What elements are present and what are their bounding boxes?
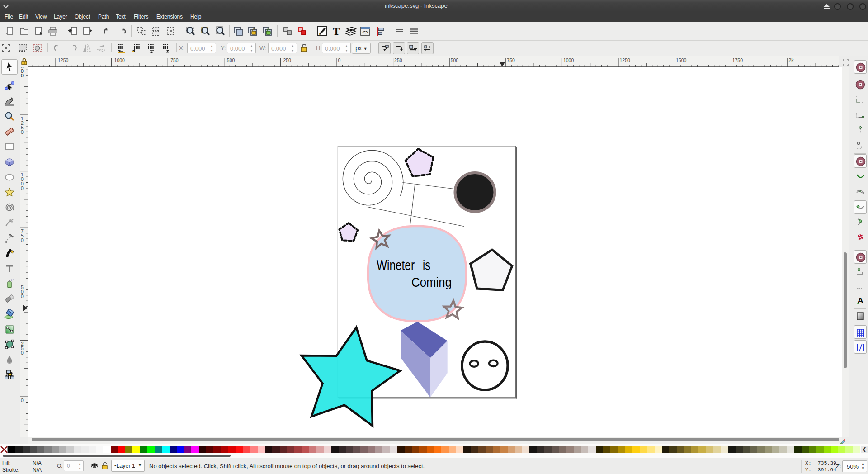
svg-text:Coming: Coming <box>411 275 452 289</box>
svg-text:-250: -250 <box>282 57 291 63</box>
svg-text:0: 0 <box>21 129 24 135</box>
svg-text:is: is <box>423 257 430 273</box>
svg-text:0: 0 <box>21 73 24 78</box>
svg-text:0: 0 <box>21 350 24 356</box>
svg-text:0: 0 <box>21 398 24 403</box>
svg-text:0: 0 <box>21 294 24 299</box>
svg-text:<>: <> <box>363 29 368 35</box>
svg-text:2k: 2k <box>788 57 794 63</box>
svg-text:1500: 1500 <box>676 57 687 63</box>
svg-text:-1250: -1250 <box>57 57 69 63</box>
svg-text:-750: -750 <box>169 57 179 63</box>
svg-text:750: 750 <box>507 57 515 63</box>
svg-text:1750: 1750 <box>732 57 743 63</box>
svg-text:0: 0 <box>338 57 341 63</box>
svg-text:250: 250 <box>394 57 402 63</box>
svg-text:1000: 1000 <box>563 57 574 63</box>
svg-text:Wineter: Wineter <box>377 257 415 273</box>
svg-text:0: 0 <box>21 185 24 191</box>
svg-text:500: 500 <box>451 57 459 63</box>
svg-text:1250: 1250 <box>620 57 631 63</box>
svg-text:T: T <box>333 25 340 37</box>
svg-text:-500: -500 <box>225 57 235 63</box>
svg-text:0: 0 <box>21 237 24 243</box>
svg-text:-1000: -1000 <box>113 57 125 63</box>
